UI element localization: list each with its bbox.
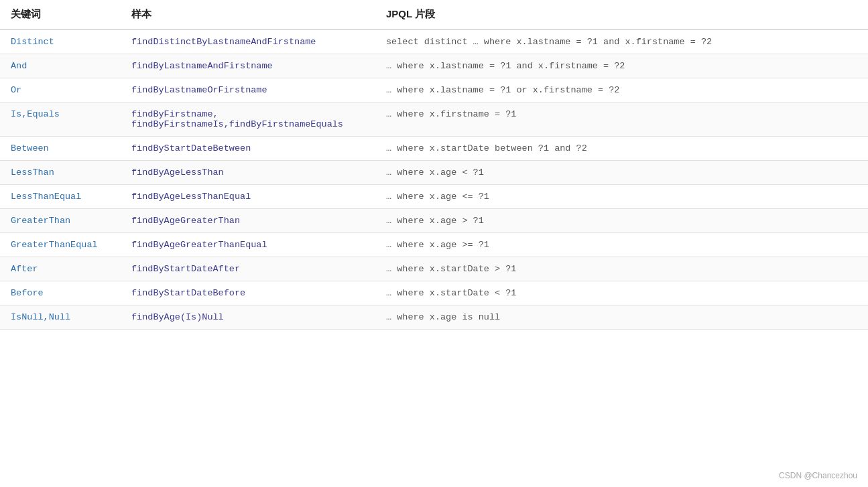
cell-sample: findByStartDateBetween bbox=[121, 137, 375, 161]
cell-jpql: select distinct … where x.lastname = ?1 … bbox=[375, 29, 868, 54]
cell-jpql: … where x.age < ?1 bbox=[375, 161, 868, 185]
cell-sample: findByLastnameOrFirstname bbox=[121, 78, 375, 102]
cell-sample: findByAgeLessThanEqual bbox=[121, 185, 375, 209]
cell-sample: findByAgeGreaterThanEqual bbox=[121, 233, 375, 257]
table-row: OrfindByLastnameOrFirstname… where x.las… bbox=[0, 78, 868, 102]
cell-jpql: … where x.firstname = ?1 bbox=[375, 102, 868, 137]
cell-keyword: Before bbox=[0, 281, 121, 305]
cell-jpql: … where x.startDate between ?1 and ?2 bbox=[375, 137, 868, 161]
cell-keyword: And bbox=[0, 54, 121, 78]
cell-sample: findByStartDateAfter bbox=[121, 257, 375, 281]
header-keyword: 关键词 bbox=[0, 0, 121, 29]
header-sample: 样本 bbox=[121, 0, 375, 29]
cell-sample: findByAge(Is)Null bbox=[121, 305, 375, 330]
cell-jpql: … where x.age is null bbox=[375, 305, 868, 330]
cell-keyword: Or bbox=[0, 78, 121, 102]
table-row: BetweenfindByStartDateBetween… where x.s… bbox=[0, 137, 868, 161]
cell-sample: findByStartDateBefore bbox=[121, 281, 375, 305]
cell-sample: findByAgeLessThan bbox=[121, 161, 375, 185]
cell-jpql: … where x.startDate < ?1 bbox=[375, 281, 868, 305]
table-row: DistinctfindDistinctByLastnameAndFirstna… bbox=[0, 29, 868, 54]
cell-keyword: LessThanEqual bbox=[0, 185, 121, 209]
page-container: 关键词 样本 JPQL 片段 DistinctfindDistinctByLas… bbox=[0, 0, 868, 487]
cell-jpql: … where x.lastname = ?1 and x.firstname … bbox=[375, 54, 868, 78]
main-table: 关键词 样本 JPQL 片段 DistinctfindDistinctByLas… bbox=[0, 0, 868, 330]
cell-jpql: … where x.age > ?1 bbox=[375, 209, 868, 233]
table-row: LessThanEqualfindByAgeLessThanEqual… whe… bbox=[0, 185, 868, 209]
table-row: AfterfindByStartDateAfter… where x.start… bbox=[0, 257, 868, 281]
cell-jpql: … where x.lastname = ?1 or x.firstname =… bbox=[375, 78, 868, 102]
watermark: CSDN @Chancezhou bbox=[779, 471, 857, 480]
table-row: Is,EqualsfindByFirstname,findByFirstname… bbox=[0, 102, 868, 137]
cell-sample: findByFirstname,findByFirstnameIs,findBy… bbox=[121, 102, 375, 137]
cell-keyword: GreaterThanEqual bbox=[0, 233, 121, 257]
cell-keyword: LessThan bbox=[0, 161, 121, 185]
cell-keyword: Distinct bbox=[0, 29, 121, 54]
cell-keyword: GreaterThan bbox=[0, 209, 121, 233]
header-jpql: JPQL 片段 bbox=[375, 0, 868, 29]
cell-sample: findDistinctByLastnameAndFirstname bbox=[121, 29, 375, 54]
table-header-row: 关键词 样本 JPQL 片段 bbox=[0, 0, 868, 29]
cell-keyword: After bbox=[0, 257, 121, 281]
cell-jpql: … where x.startDate > ?1 bbox=[375, 257, 868, 281]
table-row: IsNull,NullfindByAge(Is)Null… where x.ag… bbox=[0, 305, 868, 330]
table-row: GreaterThanfindByAgeGreaterThan… where x… bbox=[0, 209, 868, 233]
cell-keyword: Is,Equals bbox=[0, 102, 121, 137]
table-row: BeforefindByStartDateBefore… where x.sta… bbox=[0, 281, 868, 305]
cell-jpql: … where x.age >= ?1 bbox=[375, 233, 868, 257]
cell-keyword: Between bbox=[0, 137, 121, 161]
table-row: GreaterThanEqualfindByAgeGreaterThanEqua… bbox=[0, 233, 868, 257]
cell-keyword: IsNull,Null bbox=[0, 305, 121, 330]
cell-jpql: … where x.age <= ?1 bbox=[375, 185, 868, 209]
cell-sample: findByLastnameAndFirstname bbox=[121, 54, 375, 78]
table-row: AndfindByLastnameAndFirstname… where x.l… bbox=[0, 54, 868, 78]
table-row: LessThanfindByAgeLessThan… where x.age <… bbox=[0, 161, 868, 185]
cell-sample: findByAgeGreaterThan bbox=[121, 209, 375, 233]
